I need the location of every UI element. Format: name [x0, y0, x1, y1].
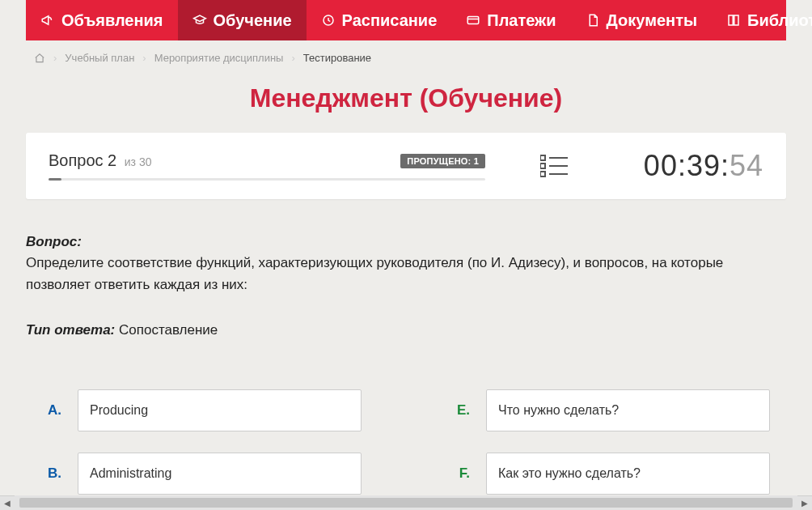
card-icon	[466, 13, 480, 28]
answer-type-value: Сопоставление	[119, 322, 218, 338]
graduation-cap-icon	[192, 13, 207, 28]
match-row: A. Producing	[42, 389, 362, 431]
tab-label: Расписание	[342, 11, 438, 30]
timer-seconds: 54	[730, 149, 763, 183]
question-text: Определите соответствие функций, характе…	[26, 253, 786, 295]
tab-documents[interactable]: Документы	[571, 0, 712, 40]
question-block: Вопрос: Определите соответствие функций,…	[26, 199, 786, 341]
progress-fill	[49, 178, 61, 181]
tab-payments[interactable]: Платежи	[451, 0, 570, 40]
match-item[interactable]: Producing	[78, 389, 362, 431]
question-list-button[interactable]	[485, 154, 623, 178]
crumb-sep-icon: ›	[142, 52, 146, 64]
crumb-current: Тестирование	[303, 52, 371, 64]
match-item[interactable]: Administrating	[78, 453, 362, 495]
svg-rect-2	[540, 155, 545, 160]
question-counter: Вопрос 2 из 30	[49, 151, 152, 170]
tab-label: Документы	[607, 11, 697, 30]
answer-type: Тип ответа: Сопоставление	[26, 320, 786, 341]
match-letter: E.	[450, 402, 470, 419]
scroll-track[interactable]	[15, 495, 797, 510]
match-item[interactable]: Что нужно сделать?	[486, 389, 770, 431]
match-row: B. Administrating	[42, 453, 362, 495]
q-number: 2	[108, 151, 116, 169]
tab-announcements[interactable]: Объявления	[26, 0, 178, 40]
tab-label: Объявления	[61, 11, 163, 30]
scroll-thumb[interactable]	[19, 498, 793, 508]
answer-type-label: Тип ответа:	[26, 322, 115, 338]
match-right-column: E. Что нужно сделать? F. Как это нужно с…	[450, 389, 770, 495]
tab-schedule[interactable]: Расписание	[307, 0, 452, 40]
page-scroll[interactable]: Объявления Обучение Расписание	[0, 0, 812, 495]
match-letter: F.	[450, 465, 470, 482]
crumb-sep-icon: ›	[53, 52, 57, 64]
clock-icon	[321, 13, 336, 28]
tab-label: Библиотека	[747, 11, 812, 30]
svg-rect-4	[540, 172, 545, 176]
main-nav: Объявления Обучение Расписание	[26, 0, 786, 40]
match-item[interactable]: Как это нужно сделать?	[486, 453, 770, 495]
horizontal-scrollbar[interactable]: ◀ ▶	[0, 495, 812, 510]
status-card: Вопрос 2 из 30 ПРОПУЩЕНО: 1	[26, 133, 786, 199]
tab-library[interactable]: Библиотека	[712, 0, 812, 40]
scroll-right-icon[interactable]: ▶	[797, 495, 812, 510]
match-letter: A.	[42, 402, 61, 419]
svg-rect-1	[468, 17, 480, 24]
page: Объявления Обучение Расписание	[26, 0, 786, 495]
book-icon	[726, 13, 741, 28]
home-icon[interactable]	[34, 53, 45, 64]
crumb-sep-icon: ›	[291, 52, 294, 64]
q-total: 30	[139, 155, 152, 168]
match-letter: B.	[42, 465, 61, 482]
timer-minutes: 00:39:	[644, 149, 730, 183]
list-icon	[540, 154, 568, 178]
question-label: Вопрос:	[26, 234, 82, 249]
crumb-event[interactable]: Мероприятие дисциплины	[154, 52, 284, 64]
page-title: Менеджмент (Обучение)	[26, 75, 786, 133]
megaphone-icon	[40, 13, 55, 28]
progress-bar	[49, 178, 485, 181]
match-left-column: A. Producing B. Administrating	[42, 389, 362, 495]
viewport: Объявления Обучение Расписание	[0, 0, 812, 510]
breadcrumbs: › Учебный план › Мероприятие дисциплины …	[26, 40, 786, 75]
scroll-left-icon[interactable]: ◀	[0, 495, 15, 510]
question-status: Вопрос 2 из 30 ПРОПУЩЕНО: 1	[49, 151, 485, 181]
tab-label: Обучение	[214, 11, 292, 30]
tab-learning[interactable]: Обучение	[178, 0, 307, 40]
timer: 00:39:54	[623, 149, 763, 183]
match-row: F. Как это нужно сделать?	[450, 453, 770, 495]
q-of: из	[125, 155, 136, 168]
q-prefix: Вопрос	[49, 151, 104, 169]
svg-rect-3	[540, 164, 545, 168]
document-icon	[586, 13, 600, 28]
skipped-badge: ПРОПУЩЕНО: 1	[400, 154, 485, 168]
match-area: A. Producing B. Administrating E. Что ну…	[26, 341, 786, 495]
crumb-plan[interactable]: Учебный план	[65, 52, 134, 64]
match-row: E. Что нужно сделать?	[450, 389, 770, 431]
tab-label: Платежи	[487, 11, 556, 30]
